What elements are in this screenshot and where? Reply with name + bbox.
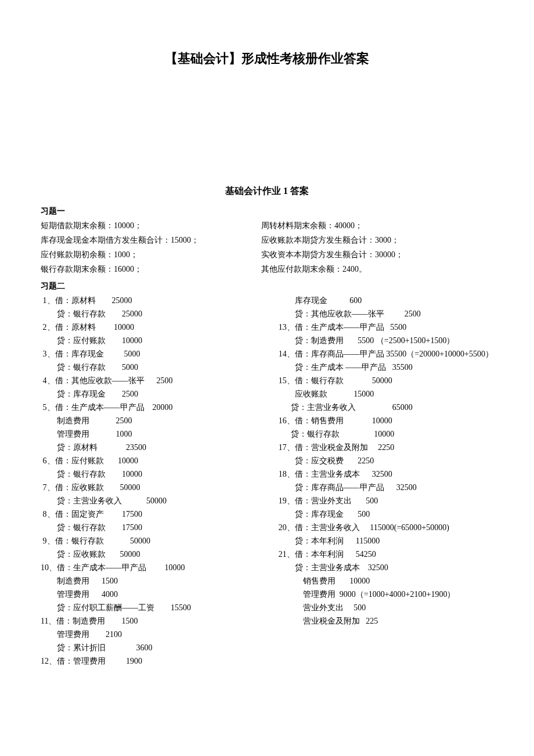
q2-left-line: 贷：主营业务收入 50000 <box>41 495 279 507</box>
q2-right-line: 18、借：主营业务成本 32500 <box>279 468 493 480</box>
q2-left-line: 贷：银行存款 5000 <box>41 361 279 373</box>
q2-left-line: 管理费用 2100 <box>41 628 279 640</box>
q2-left-line: 管理费用 4000 <box>41 588 279 600</box>
question-1-left-column: 短期借款期末余额：10000；库存现金现金本期借方发生额合计：15000；应付账… <box>41 219 261 278</box>
q2-left-line: 贷：应付职工薪酬——工资 15500 <box>41 602 279 614</box>
q2-right-line: 14、借：库存商品——甲产品 35500（=20000+10000+5500） <box>279 348 493 360</box>
q2-left-line: 8、借：固定资产 17500 <box>41 508 279 520</box>
q2-right-line: 应收账款 15000 <box>279 388 493 400</box>
question-2-left-column: 1、借：原材料 25000 贷：银行存款 25000 2、借：原材料 10000… <box>41 294 279 668</box>
q2-right-line: 17、借：营业税金及附加 2250 <box>279 441 493 453</box>
q1-left-line: 短期借款期末余额：10000； <box>41 219 261 232</box>
q1-left-line: 库存现金现金本期借方发生额合计：15000； <box>41 234 261 246</box>
q1-left-line: 应付账款期初余额：1000； <box>41 249 261 261</box>
q2-right-line: 贷：应交税费 2250 <box>279 455 493 467</box>
q2-right-line: 贷：库存现金 500 <box>279 508 493 520</box>
q2-left-line: 贷：银行存款 25000 <box>41 308 279 320</box>
q2-right-line: 20、借：主营业务收入 115000(=65000+50000) <box>279 521 493 534</box>
q2-right-line: 营业外支出 500 <box>279 602 493 614</box>
q2-left-line: 12、借：管理费用 1900 <box>41 655 279 667</box>
q2-left-line: 贷：库存现金 2500 <box>41 388 279 400</box>
q2-right-line: 贷：银行存款 10000 <box>279 428 493 440</box>
q2-left-line: 5、借：生产成本——甲产品 20000 <box>41 401 279 413</box>
q2-right-line: 销售费用 10000 <box>279 575 493 587</box>
q2-right-line: 贷：库存商品——甲产品 32500 <box>279 481 493 494</box>
section-2-label: 习题二 <box>41 280 493 292</box>
q2-left-line: 贷：原材料 23500 <box>41 441 279 453</box>
q2-left-line: 3、借：库存现金 5000 <box>41 348 279 360</box>
q2-left-line: 1、借：原材料 25000 <box>41 294 279 307</box>
q2-left-line: 贷：应收账款 50000 <box>41 548 279 560</box>
q2-left-line: 11、借：制造费用 1500 <box>41 615 279 627</box>
q2-right-line: 贷：制造费用 5500 （=2500+1500+1500） <box>279 334 493 347</box>
q2-left-line: 制造费用 2500 <box>41 415 279 427</box>
q1-right-line: 其他应付款期末余额：2400。 <box>261 263 493 275</box>
question-1-right-column: 周转材料期末余额：40000；应收账款本期贷方发生额合计：3000；实收资本本期… <box>261 219 493 278</box>
q2-left-line: 9、借：银行存款 50000 <box>41 535 279 547</box>
q2-left-line: 贷：银行存款 10000 <box>41 468 279 480</box>
q2-left-line: 6、借：应付账款 10000 <box>41 455 279 467</box>
q2-right-line: 19、借：营业外支出 500 <box>279 495 493 507</box>
q2-left-line: 10、借：生产成本——甲产品 10000 <box>41 561 279 574</box>
document-title: 【基础会计】形成性考核册作业答案 <box>41 49 493 68</box>
q1-right-line: 应收账款本期贷方发生额合计：3000； <box>261 234 493 246</box>
q2-right-line: 13、借：生产成本——甲产品 5500 <box>279 321 493 333</box>
q2-left-line: 7、借：应收账款 50000 <box>41 481 279 494</box>
q2-left-line: 贷：应付账款 10000 <box>41 334 279 347</box>
q2-left-line: 管理费用 1000 <box>41 428 279 440</box>
q2-left-line: 制造费用 1500 <box>41 575 279 587</box>
q2-right-line: 15、借：银行存款 50000 <box>279 375 493 387</box>
q2-right-line: 21、借：本年利润 54250 <box>279 548 493 560</box>
q2-right-line: 16、借：销售费用 10000 <box>279 415 493 427</box>
q2-right-line: 贷：其他应收款——张平 2500 <box>279 308 493 320</box>
q2-right-line: 营业税金及附加 225 <box>279 615 493 627</box>
q2-left-line: 贷：银行存款 17500 <box>41 521 279 534</box>
question-2-right-column: 库存现金 600 贷：其他应收款——张平 250013、借：生产成本——甲产品 … <box>279 294 493 668</box>
question-2-block: 1、借：原材料 25000 贷：银行存款 25000 2、借：原材料 10000… <box>41 294 493 668</box>
q2-left-line: 贷：累计折旧 3600 <box>41 642 279 654</box>
assignment-subtitle: 基础会计作业 1 答案 <box>41 184 493 198</box>
question-1-block: 短期借款期末余额：10000；库存现金现金本期借方发生额合计：15000；应付账… <box>41 219 493 278</box>
q1-right-line: 实收资本本期贷方发生额合计：30000； <box>261 249 493 261</box>
q1-left-line: 银行存款期末余额：16000； <box>41 263 261 275</box>
q2-right-line: 贷：本年利润 115000 <box>279 535 493 547</box>
q2-right-line: 贷：生产成本 ——甲产品 35500 <box>279 361 493 373</box>
section-1-label: 习题一 <box>41 205 493 217</box>
q1-right-line: 周转材料期末余额：40000； <box>261 219 493 232</box>
q2-left-line: 4、借：其他应收款——张平 2500 <box>41 375 279 387</box>
q2-right-line: 库存现金 600 <box>279 294 493 307</box>
q2-right-line: 管理费用 9000（=1000+4000+2100+1900） <box>279 588 493 600</box>
q2-left-line: 2、借：原材料 10000 <box>41 321 279 333</box>
q2-right-line: 贷：主营业务成本 32500 <box>279 561 493 574</box>
q2-right-line: 贷：主营业务收入 65000 <box>279 401 493 413</box>
